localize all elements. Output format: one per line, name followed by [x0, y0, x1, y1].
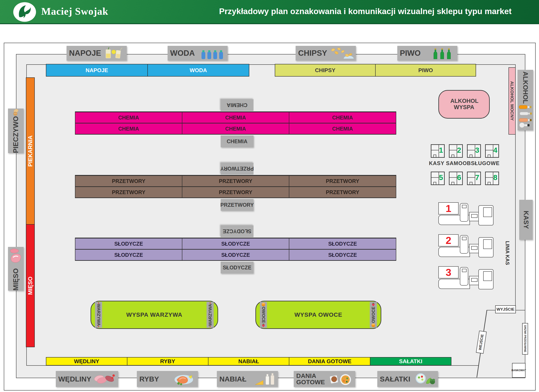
- sign-kasy-label: KASY: [522, 211, 530, 229]
- lane-number: 2: [438, 234, 459, 246]
- kiosk-number: 5: [438, 173, 444, 182]
- gondola-przetwory-sign-bottom: PRZETWORY: [221, 199, 254, 211]
- self-checkout-kiosk: 6: [449, 172, 463, 185]
- lane-keyboard: [469, 212, 479, 221]
- linia-kas-text: LINIA KAS: [505, 241, 510, 265]
- sliding-door-label: DRZWI PRZESUWNE: [522, 323, 528, 354]
- island-warzywa: WARZYWA WYSPA WARZYWA WARZYWA: [91, 301, 218, 329]
- gondola-cell: PRZETWORY: [289, 176, 396, 186]
- shelf-wedliny: WĘDLINY: [46, 358, 127, 365]
- shelf-napoje: NAPOJE: [46, 64, 148, 76]
- lane-keyboard: [469, 276, 479, 285]
- gondola-chemia-sign-top: CHEMIA: [221, 99, 254, 111]
- kiosk-number: 2: [456, 146, 462, 154]
- gondola-cell: CHEMIA: [75, 123, 182, 134]
- shelf-bar-chipsy-piwo: CHIPSY PIWO: [275, 64, 476, 76]
- store-plan-page: Maciej Swojak Przykładowy plan oznakowan…: [0, 0, 539, 392]
- island-warzywa-label: WYSPA WARZYWA: [91, 301, 217, 328]
- alkohol-photo-icon: [519, 104, 532, 128]
- alkohol-wyspa-label: ALKOHOL WYSPA: [450, 98, 478, 110]
- sign-nabial: NABIAŁ: [217, 371, 278, 387]
- sign-dania-gotowe-label: DANIA GOTOWE: [296, 373, 324, 385]
- gondola-cell: PRZETWORY: [289, 187, 396, 198]
- gondola-cell: PRZETWORY: [75, 187, 182, 198]
- alkohol-wyspa-island: ALKOHOL WYSPA: [438, 90, 490, 119]
- checkout-lane: 2: [438, 234, 494, 260]
- dania-gotowe-photo-icon: [329, 373, 353, 386]
- self-checkout-kiosk: 5: [431, 172, 445, 185]
- ryby-photo-icon: [172, 373, 195, 386]
- gondola-cell: SŁODYCZE: [289, 238, 396, 249]
- self-checkout-kiosk: 4: [485, 144, 499, 158]
- owoce-photo-icon: [371, 302, 376, 307]
- napoje-photo-icon: [103, 47, 126, 59]
- shelf-woda: WODA: [148, 64, 249, 76]
- sign-woda-label: WODA: [170, 49, 195, 58]
- lane-register: [460, 203, 468, 222]
- kiosk-slot: [470, 155, 472, 157]
- island-warzywa-strip-right: WARZYWA: [207, 302, 214, 328]
- brand-logo-icon: [12, 1, 37, 23]
- self-checkout-kiosk: 7: [467, 172, 481, 185]
- lane-terminal: [478, 269, 494, 289]
- gondola-cell: CHEMIA: [75, 112, 182, 123]
- sign-salatki: SAŁATKI: [377, 371, 438, 387]
- sign-nabial-label: NABIAŁ: [219, 375, 246, 383]
- kiosk-number: 6: [456, 173, 462, 182]
- kiosk-number: 1: [438, 146, 444, 154]
- sign-napoje: NAPOJE: [67, 46, 127, 61]
- sign-pieczywo: PIECZYWO: [8, 109, 24, 153]
- shelf-bar-napoje-woda: NAPOJE WODA: [46, 64, 249, 76]
- sign-piwo: PIWO: [397, 46, 457, 61]
- shelf-alkohol-mocny: ALKOHOL MOCNY: [509, 67, 516, 135]
- lane-keyboard: [469, 244, 479, 253]
- island-owoce-strip-right: OWOCE: [370, 302, 377, 328]
- gondola-slodycze-sign-bottom: SŁODYCZE: [221, 262, 254, 273]
- gondola-cell: CHEMIA: [182, 123, 289, 134]
- atm-label: BANKOMAT: [512, 363, 525, 378]
- checkout-lane: 3: [438, 266, 494, 292]
- gondola-cell: CHEMIA: [289, 123, 396, 134]
- island-owoce-label: WYSPA OWOCE: [256, 301, 381, 328]
- warzywa-photo-icon: [208, 326, 213, 327]
- kiosk-slot: [451, 155, 454, 157]
- sign-alkohol-label: ALKOHOL: [521, 71, 529, 104]
- kiosk-number: 3: [474, 146, 480, 154]
- checkout-lane: 1: [438, 202, 494, 228]
- shelf-mieso: MIĘSO: [26, 224, 35, 347]
- sign-chipsy: CHIPSY: [296, 46, 356, 61]
- shelf-bar-bottom: WĘDLINY RYBY NABIAŁ DANIA GOTOWE SAŁATKI: [46, 357, 451, 365]
- sliding-door-text: DRZWI PRZESUWNE: [524, 325, 527, 352]
- kiosk-number: 8: [492, 173, 498, 182]
- shelf-ryby: RYBY: [127, 358, 208, 365]
- linia-kas-label: LINIA KAS: [505, 233, 511, 273]
- gondola-cell: PRZETWORY: [75, 176, 182, 186]
- gondola-cell: PRZETWORY: [182, 176, 289, 186]
- exit-label: WYJŚCIE: [495, 305, 516, 313]
- shelf-chipsy: CHIPSY: [275, 64, 376, 76]
- owoce-photo-icon: [371, 323, 376, 327]
- sign-alkohol: ALKOHOL: [518, 70, 533, 130]
- nabial-photo-icon: [252, 373, 275, 386]
- sign-kasy: KASY: [519, 200, 533, 240]
- kiosk-slot: [470, 182, 472, 184]
- island-owoce-strip-label: OWOCE: [371, 307, 376, 323]
- sign-ryby-label: RYBY: [139, 375, 159, 383]
- woda-photo-icon: [200, 47, 225, 59]
- shelf-piwo: PIWO: [376, 64, 476, 76]
- kiosk-slot: [488, 182, 491, 184]
- entrance-text: WEJŚCIE: [478, 334, 485, 351]
- shelf-piekarnia: PIEKARNIA: [26, 77, 35, 225]
- self-checkout-kiosk: 8: [485, 172, 499, 185]
- shelf-alkohol-mocny-label: ALKOHOL MOCNY: [510, 81, 515, 121]
- shelf-dania-gotowe: DANIA GOTOWE: [289, 358, 370, 365]
- piwo-photo-icon: [432, 47, 455, 59]
- island-warzywa-strip-label: WARZYWA: [208, 304, 213, 326]
- gondola-cell: CHEMIA: [182, 112, 289, 123]
- gondola-cell: SŁODYCZE: [182, 238, 289, 249]
- gondola-cell: SŁODYCZE: [289, 250, 396, 260]
- mieso-photo-icon: [8, 247, 23, 264]
- self-checkout-kiosk: 2: [449, 144, 463, 158]
- gondola-chemia-sign-bottom: CHEMIA: [221, 135, 254, 147]
- sign-ryby: RYBY: [137, 371, 198, 387]
